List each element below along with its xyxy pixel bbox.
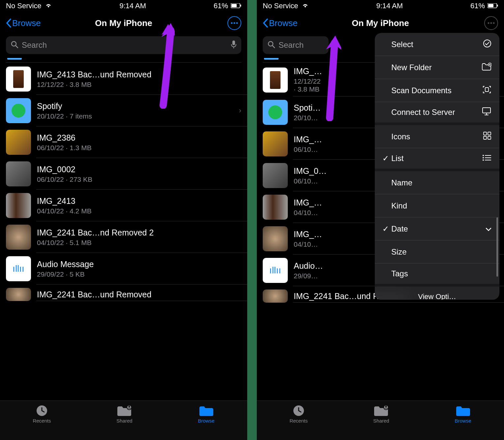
- tab-browse[interactable]: Browse: [455, 404, 471, 424]
- svg-line-7: [16, 46, 18, 48]
- list-item[interactable]: IMG_2413 04/10/22 · 4.2 MB: [0, 190, 247, 221]
- clock-icon: [292, 404, 305, 417]
- svg-point-18: [493, 22, 495, 24]
- file-name: IMG_2413: [37, 196, 241, 206]
- battery-icon: [488, 2, 498, 10]
- context-menu: Select New Folder Scan Documents Connect…: [375, 33, 499, 300]
- menu-scan-documents[interactable]: Scan Documents: [375, 79, 499, 102]
- svg-rect-29: [488, 132, 491, 135]
- search-input[interactable]: Search: [6, 36, 241, 54]
- more-button[interactable]: [227, 16, 241, 30]
- svg-point-32: [483, 155, 484, 156]
- status-bar: No Service 9:14 AM 61%: [257, 0, 504, 12]
- audio-waveform-icon: ıllıı: [13, 263, 24, 274]
- clock-text: 9:14 AM: [119, 2, 146, 10]
- file-name: IMG_2241 Bac…und Removed: [37, 290, 241, 299]
- svg-point-34: [483, 157, 484, 158]
- carrier-text: No Service: [6, 2, 42, 10]
- file-meta: 29/09/22 · 5 KB: [37, 270, 241, 278]
- menu-sort-date[interactable]: ✓ Date: [375, 217, 499, 240]
- file-thumb: [6, 193, 31, 218]
- tab-label: Shared: [116, 418, 132, 424]
- menu-sort-name[interactable]: Name: [375, 171, 499, 194]
- menu-view-options[interactable]: View Opti…: [375, 287, 499, 300]
- tab-browse[interactable]: Browse: [198, 404, 215, 424]
- menu-view-icons[interactable]: Icons: [375, 125, 499, 148]
- tab-shared[interactable]: Shared: [116, 404, 132, 424]
- list-item[interactable]: Spotify 20/10/22 · 7 items ›: [0, 95, 247, 126]
- more-button[interactable]: [484, 16, 498, 30]
- tab-label: Recents: [289, 418, 308, 424]
- ellipsis-icon: [231, 22, 238, 24]
- list-item[interactable]: IMG_0002 06/10/22 · 273 KB: [0, 158, 247, 190]
- file-name: IMG_2413 Bac…und Removed: [294, 67, 323, 76]
- svg-rect-2: [240, 5, 241, 7]
- svg-point-11: [129, 406, 130, 407]
- scan-icon: [482, 85, 491, 96]
- tab-label: Browse: [455, 418, 471, 424]
- tab-label: Shared: [373, 418, 389, 424]
- list-item[interactable]: ıllıı Audio Message 29/09/22 · 5 KB: [0, 253, 247, 285]
- svg-rect-27: [483, 108, 490, 113]
- shared-folder-icon: [117, 404, 132, 417]
- clock-icon: [36, 404, 48, 417]
- svg-rect-15: [497, 5, 498, 7]
- list-item[interactable]: IMG_2241 Bac…und Removed: [0, 285, 247, 301]
- back-label: Browse: [269, 18, 298, 28]
- shared-folder-icon: [373, 404, 389, 417]
- svg-rect-28: [484, 132, 487, 135]
- menu-new-folder[interactable]: New Folder: [375, 56, 499, 79]
- server-icon: [482, 107, 491, 118]
- menu-sort-kind[interactable]: Kind: [375, 194, 499, 217]
- svg-rect-1: [231, 4, 237, 7]
- menu-view-list[interactable]: ✓ List: [375, 148, 499, 171]
- mic-icon[interactable]: [231, 40, 237, 50]
- tab-bar: Recents Shared Browse: [257, 400, 504, 440]
- list-item[interactable]: IMG_2413 Bac…und Removed 12/12/22 · 3.8 …: [0, 63, 247, 95]
- nav-bar: Browse On My iPhone: [0, 12, 247, 34]
- file-thumb: [6, 288, 31, 301]
- search-placeholder: Search: [22, 41, 227, 50]
- tab-shared[interactable]: Shared: [373, 404, 389, 424]
- svg-point-23: [385, 406, 387, 407]
- file-thumb: [6, 161, 31, 186]
- file-thumb: [263, 163, 288, 188]
- tab-recents[interactable]: Recents: [33, 404, 51, 424]
- file-thumb: ıllıı: [6, 256, 31, 281]
- audio-waveform-icon: ıllıı: [269, 265, 281, 276]
- file-thumb: [263, 131, 288, 156]
- search-input[interactable]: Search: [263, 36, 329, 54]
- back-button[interactable]: Browse: [6, 18, 41, 28]
- screenshot-right: No Service 9:14 AM 61% Browse On My iPho…: [257, 0, 504, 440]
- file-name: IMG_2413 Bac…und Removed: [37, 70, 241, 79]
- list-item[interactable]: IMG_2241 Bac…nd Removed 2 04/10/22 · 5.1…: [0, 221, 247, 253]
- tab-recents[interactable]: Recents: [289, 404, 308, 424]
- file-thumb: [6, 130, 31, 155]
- svg-point-24: [484, 40, 491, 47]
- menu-select[interactable]: Select: [375, 33, 499, 56]
- chevron-down-icon: [486, 224, 491, 234]
- svg-rect-26: [485, 88, 489, 92]
- checkmark-icon: ✓: [381, 154, 391, 163]
- folder-thumb: [6, 98, 31, 123]
- wifi-icon: [302, 2, 309, 10]
- back-button[interactable]: Browse: [263, 18, 298, 28]
- menu-sort-tags[interactable]: Tags: [375, 263, 499, 287]
- list-item[interactable]: IMG_2386 06/10/22 · 1.3 MB: [0, 126, 247, 158]
- file-name: Spotify: [37, 101, 233, 111]
- file-meta: 12/12/22 · 3.8 MB: [37, 81, 241, 89]
- svg-point-6: [12, 41, 16, 46]
- svg-point-36: [483, 159, 484, 161]
- svg-rect-14: [488, 4, 493, 7]
- folder-icon: [456, 404, 471, 417]
- scrollbar[interactable]: [496, 217, 498, 277]
- file-meta: 06/10/22 · 1.3 MB: [37, 144, 241, 152]
- file-list: IMG_2413 Bac…und Removed 12/12/22 · 3.8 …: [0, 58, 247, 400]
- menu-connect-server[interactable]: Connect to Server: [375, 102, 499, 125]
- svg-point-19: [268, 41, 273, 46]
- grid-icon: [483, 131, 491, 142]
- file-thumb: [263, 289, 288, 303]
- menu-sort-size[interactable]: Size: [375, 240, 499, 263]
- tab-bar: Recents Shared Browse: [0, 400, 247, 440]
- file-name: IMG_0002: [37, 165, 241, 174]
